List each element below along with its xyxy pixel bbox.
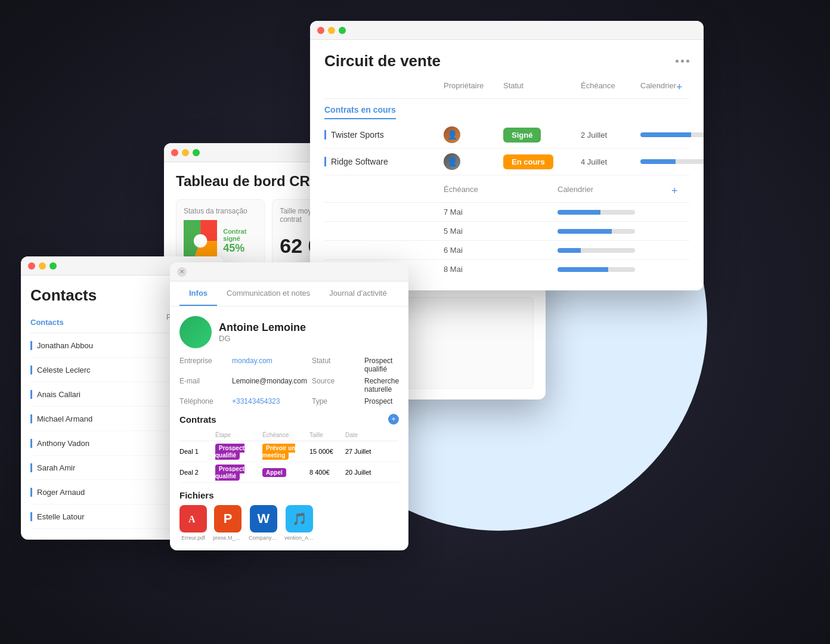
circuit-window: Circuit de vente Propriétaire Statut Éch… (310, 21, 704, 290)
section2-row-2[interactable]: 5 Mai (324, 222, 689, 241)
detail-close-bar: ✕ (170, 262, 408, 281)
tab-journal[interactable]: Journal d'activité (320, 281, 396, 306)
add-col2-btn[interactable]: + (671, 185, 689, 197)
proprietaire-avatar-twister: 👤 (444, 126, 460, 143)
dots-menu[interactable] (676, 60, 689, 63)
progress-bg (691, 132, 704, 137)
progress-bg (676, 159, 704, 164)
tl-yellow[interactable] (328, 27, 335, 34)
deal2-etape2: Appel (262, 469, 309, 476)
s2-progress1 (558, 210, 635, 215)
contrats-label: Contrats (179, 414, 216, 425)
deal2-taille: 8 400€ (309, 469, 345, 476)
deal1-date: 27 Juillet (345, 448, 387, 455)
pdf-symbol: A (186, 512, 200, 526)
deal2-date: 20 Juillet (345, 469, 387, 476)
progress-ridge (640, 159, 704, 164)
section2-row-1[interactable]: 7 Mai (324, 203, 689, 222)
tl-red[interactable] (317, 27, 324, 34)
detail-profile-info: Antoine Lemoine DG (219, 321, 306, 343)
detail-info-grid: Entreprise monday.com Statut Prospect qu… (179, 357, 399, 405)
detail-name: Antoine Lemoine (219, 321, 306, 334)
ppt-name: prese.M_07.ptt (213, 535, 243, 541)
circuit-title: Circuit de vente (324, 52, 441, 70)
contacts-tl-green[interactable] (49, 262, 57, 270)
circuit-header: Circuit de vente (324, 52, 689, 70)
company-ridge: Ridge Software (324, 157, 444, 166)
date-ridge: 4 Juillet (581, 157, 640, 166)
crm-tl-red[interactable] (171, 149, 178, 156)
statut-value: Prospect qualifié (364, 357, 399, 373)
pdf-name: Erreur.pdf (181, 535, 205, 541)
circuit-row-twister[interactable]: Twister Sports 👤 Signé 2 Juillet (324, 122, 689, 148)
statut-label: Statut (312, 357, 360, 373)
dot1 (676, 60, 679, 63)
pdf-icon: A (179, 505, 207, 532)
entreprise-value[interactable]: monday.com (232, 357, 307, 373)
status-widget-title: Status da transação (184, 207, 257, 215)
s2-date2: 5 Mai (444, 227, 558, 236)
s2-date4: 8 Mai (444, 265, 558, 274)
tab-communication[interactable]: Communication et notes (217, 281, 320, 306)
progress-fill (640, 132, 691, 137)
svg-text:A: A (188, 514, 196, 524)
entreprise-label: Entreprise (179, 357, 227, 373)
detail-close-btn[interactable]: ✕ (177, 267, 187, 277)
col-etape: Étape (215, 432, 262, 438)
col-add (387, 432, 399, 438)
deal1-taille: 15 000€ (309, 448, 345, 455)
tl-green[interactable] (339, 27, 346, 34)
fichiers-grid: A Erreur.pdf P prese.M_07.ptt W Company … (179, 505, 399, 541)
contact-name-anthony: Anthony Vadon (30, 439, 190, 448)
fichier-pdf[interactable]: A Erreur.pdf (179, 505, 207, 541)
deal2-etape1: Prospect qualifié (215, 465, 262, 479)
dot2 (681, 60, 684, 63)
circuit-table-header: Propriétaire Statut Échéance Calendrier … (324, 81, 689, 99)
progress-twister (640, 132, 704, 137)
col-echeance: Échéance (581, 81, 640, 94)
fichier-wave[interactable]: 🎵 vention_A.wave (284, 505, 314, 541)
telephone-value[interactable]: +33143454323 (232, 397, 307, 405)
status-ridge: En cours (503, 156, 581, 167)
tab-infos[interactable]: Infos (179, 281, 217, 306)
deal1-etape1: Prospect qualifié (215, 444, 262, 459)
crm-tl-green[interactable] (193, 149, 200, 156)
ppt-icon: P (214, 505, 241, 532)
contact-name-estelle: Estelle Latour (30, 512, 190, 521)
fichier-ppt[interactable]: P prese.M_07.ptt (213, 505, 243, 541)
contrat-row-deal2[interactable]: Deal 2 Prospect qualifié Appel 8 400€ 20… (179, 462, 399, 483)
col-statut: Statut (503, 81, 581, 94)
detail-tabs: Infos Communication et notes Journal d'a… (170, 281, 408, 306)
contacts-tl-yellow[interactable] (39, 262, 46, 270)
add-column-btn[interactable]: + (676, 81, 694, 94)
circuit-content: Circuit de vente Propriétaire Statut Éch… (310, 40, 704, 290)
deal1-etape2: Prévoir un meeting (262, 444, 309, 459)
contrats-table-header: Étape Échéance Taille Date (179, 429, 399, 441)
dot3 (686, 60, 689, 63)
contrats-add-btn[interactable]: + (388, 414, 399, 425)
word-name: Company details.doc (249, 535, 278, 541)
pie-pct: 45% (223, 242, 257, 255)
detail-content: Antoine Lemoine DG Entreprise monday.com… (170, 306, 408, 550)
col-date-detail: Date (345, 432, 387, 438)
status-twister: Signé (503, 129, 581, 140)
detail-avatar (179, 316, 212, 348)
wave-name: vention_A.wave (284, 535, 314, 541)
section2-row-3[interactable]: 6 Mai (324, 241, 689, 260)
crm-tl-yellow[interactable] (182, 149, 189, 156)
contrats-header-row: Contrats + (179, 414, 399, 425)
contrat-row-deal1[interactable]: Deal 1 Prospect qualifié Prévoir un meet… (179, 441, 399, 462)
telephone-label: Téléphone (179, 397, 227, 405)
circuit-row-ridge[interactable]: Ridge Software 👤 En cours 4 Juillet (324, 148, 689, 175)
fichiers-section: Fichiers A Erreur.pdf P prese.M_07.ptt (179, 490, 399, 541)
word-icon: W (250, 505, 277, 532)
contact-name-jonathan: Jonathan Abbou (30, 341, 190, 350)
fichier-word[interactable]: W Company details.doc (249, 505, 278, 541)
deal2-name: Deal 2 (179, 469, 215, 476)
detail-profile: Antoine Lemoine DG (179, 316, 399, 348)
contacts-tl-red[interactable] (28, 262, 35, 270)
col-proprietaire: Propriétaire (444, 81, 503, 94)
col-echeance-detail: Échéance (262, 432, 309, 438)
col-taille: Taille (309, 432, 345, 438)
type-value: Prospect (364, 397, 399, 405)
